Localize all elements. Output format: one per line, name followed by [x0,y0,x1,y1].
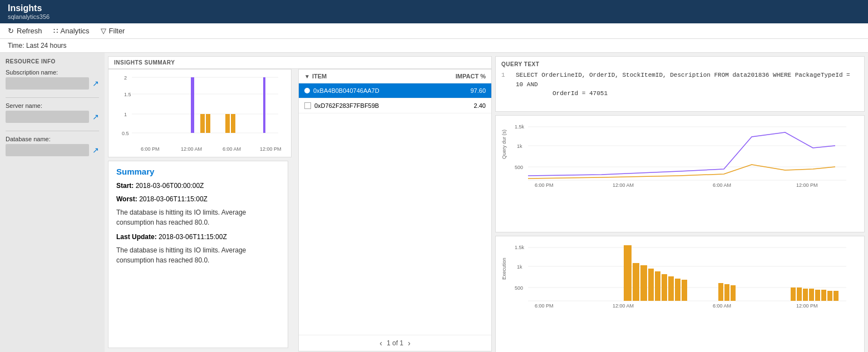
query-text-title: QUERY TEXT [501,61,859,67]
col-item-header: ▼ ITEM [304,73,447,80]
svg-text:6:00 AM: 6:00 AM [223,146,241,152]
svg-text:1.5: 1.5 [124,92,131,97]
center-panel: INSIGHTS SUMMARY 2 1.5 1 0.5 [105,53,495,352]
svg-text:6:00 PM: 6:00 PM [141,146,160,152]
server-edit-icon[interactable]: ↗ [92,112,99,121]
summary-start: Start: 2018-03-06T00:00:00Z [116,181,280,191]
insights-summary-title: INSIGHTS SUMMARY [114,60,486,66]
svg-rect-46 [655,271,660,301]
chart-summary-col: 2 1.5 1 0.5 6:00 PM 12:00 AM 6:00 AM [108,69,292,351]
subscription-edit-icon[interactable]: ↗ [92,79,99,88]
database-label: Database name: [6,136,99,142]
query-code: SELECT OrderLineID, OrderID, StockItemID… [516,71,859,98]
summary-worst: Worst: 2018-03-06T11:15:00Z [116,194,280,204]
left-panel: RESOURCE INFO Subscription name: ↗ Serve… [0,53,105,352]
time-bar: Time: Last 24 hours [0,39,868,53]
svg-text:12:00 AM: 12:00 AM [613,182,634,188]
svg-text:Execution: Execution [501,257,507,280]
svg-rect-51 [718,283,723,301]
app-header: Insights sqlanalytics356 [0,0,868,23]
svg-text:6:00 AM: 6:00 AM [713,182,731,188]
pagination: ‹ 1 of 1 › [299,335,491,351]
query-duration-chart: Query dur (s) 1.5k 1k 500 6:00 PM 12:00 … [495,115,865,232]
svg-rect-58 [815,290,820,301]
summary-description: The database is hitting its IO limits. A… [116,207,280,227]
svg-rect-17 [263,77,265,133]
svg-text:1.5k: 1.5k [515,124,525,130]
right-panel: QUERY TEXT 1 SELECT OrderLineID, OrderID… [495,53,868,352]
pagination-info: 1 of 1 [387,339,403,347]
svg-rect-55 [797,287,802,301]
svg-text:1: 1 [124,112,127,117]
summary-last-update: Last Update: 2018-03-06T11:15:00Z [116,232,280,242]
svg-text:0.5: 0.5 [122,131,129,136]
insights-chart-svg: 2 1.5 1 0.5 6:00 PM 12:00 AM 6:00 AM [114,73,281,153]
app-subtitle: sqlanalytics356 [8,13,860,20]
item-list-header: ▼ ITEM IMPACT % [299,70,491,83]
svg-rect-49 [675,279,680,301]
toolbar: ↻ Refresh ∷ Analytics ▽ Filter [0,23,868,39]
subscription-input[interactable] [6,77,89,90]
item-row[interactable]: 0xD762F283F7FBF59B 2.40 [299,98,491,113]
filter-icon: ▼ [304,73,310,80]
app-title: Insights [8,3,860,13]
query-dur-svg: Query dur (s) 1.5k 1k 500 6:00 PM 12:00 … [501,120,852,192]
item-row[interactable]: 0xBA4B0B040746AA7D 97.60 [299,83,491,98]
execution-svg: Execution 1.5k 1k 500 6:00 PM 12:00 AM 6… [501,241,852,313]
server-input[interactable] [6,111,89,123]
svg-rect-57 [809,289,814,301]
item-impact: 2.40 [447,102,486,109]
insights-chart-box: 2 1.5 1 0.5 6:00 PM 12:00 AM 6:00 AM [108,69,292,157]
pagination-next[interactable]: › [408,339,411,348]
refresh-button[interactable]: ↻ Refresh [8,27,42,35]
col-impact-header: IMPACT % [447,73,486,80]
svg-rect-59 [821,290,826,301]
summary-panel: Summary Start: 2018-03-06T00:00:00Z Wors… [108,161,288,348]
analytics-icon: ∷ [53,27,58,35]
svg-text:500: 500 [515,165,523,170]
insights-main-row: 2 1.5 1 0.5 6:00 PM 12:00 AM 6:00 AM [108,69,492,351]
database-input[interactable] [6,144,89,156]
server-field: Server name: ↗ [6,102,99,123]
svg-rect-54 [791,287,796,301]
main-content: RESOURCE INFO Subscription name: ↗ Serve… [0,53,868,352]
database-edit-icon[interactable]: ↗ [92,146,99,155]
insights-summary-header: INSIGHTS SUMMARY [108,56,492,69]
svg-rect-53 [731,285,736,301]
refresh-icon: ↻ [8,27,14,35]
filter-button[interactable]: ▽ Filter [101,27,125,35]
item-dot [304,88,310,93]
item-list-area: ▼ ITEM IMPACT % 0xBA4B0B040746AA7D 97.60 [298,69,492,351]
svg-rect-42 [624,245,632,301]
summary-title: Summary [116,167,280,176]
svg-rect-16 [231,114,235,133]
item-id-col: 0xD762F283F7FBF59B [304,102,447,109]
item-list-spacer [299,113,491,335]
item-checkbox [304,102,311,109]
query-text-content: 1 SELECT OrderLineID, OrderID, StockItem… [501,71,859,98]
svg-rect-44 [640,265,647,301]
svg-text:1k: 1k [517,264,522,270]
svg-rect-12 [191,77,194,133]
pagination-prev[interactable]: ‹ [379,339,382,348]
svg-rect-14 [206,114,210,133]
svg-text:1.5k: 1.5k [515,245,525,250]
filter-icon: ▽ [101,27,106,35]
svg-text:1k: 1k [517,143,522,149]
svg-text:12:00 PM: 12:00 PM [796,182,818,188]
resource-info-title: RESOURCE INFO [6,58,99,65]
query-line-num: 1 [501,71,510,98]
item-id-col: 0xBA4B0B040746AA7D [304,87,447,94]
svg-text:12:00 AM: 12:00 AM [613,303,634,309]
analytics-button[interactable]: ∷ Analytics [53,27,90,35]
svg-rect-48 [668,276,674,301]
svg-rect-52 [724,284,729,301]
svg-text:2: 2 [124,75,127,81]
svg-text:12:00 PM: 12:00 PM [260,146,281,152]
svg-text:6:00 PM: 6:00 PM [535,182,554,188]
svg-rect-45 [648,269,654,301]
svg-rect-50 [682,280,687,301]
svg-text:12:00 PM: 12:00 PM [796,303,818,309]
svg-text:6:00 AM: 6:00 AM [713,303,731,309]
svg-rect-43 [633,263,639,301]
